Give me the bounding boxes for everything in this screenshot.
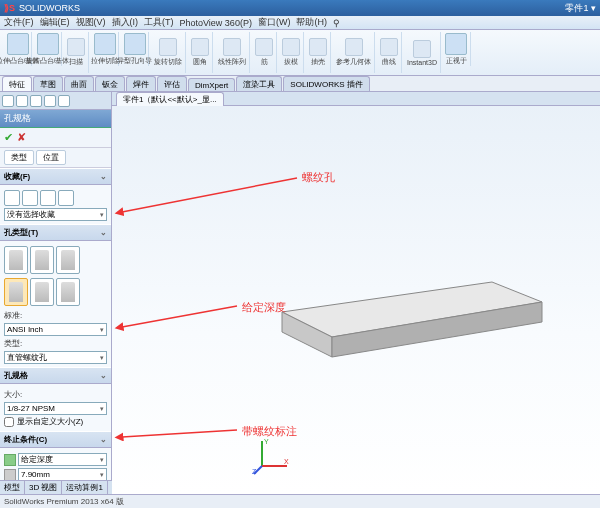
size-select[interactable]: 1/8-27 NPSM — [4, 402, 107, 415]
menu-search-icon[interactable]: ⚲ — [333, 18, 340, 28]
ribbon-sweep[interactable]: 扫描 — [64, 32, 89, 73]
menu-bar: 文件(F) 编辑(E) 视图(V) 插入(I) 工具(T) PhotoView … — [0, 16, 600, 30]
normal-to-icon — [445, 33, 467, 55]
viewport[interactable]: 零件1（默认<<默认>_显... 螺纹孔 给定深度 带螺纹标注 Y X Z — [112, 92, 600, 494]
tab-sheetmetal[interactable]: 钣金 — [95, 76, 125, 91]
hole-icon — [61, 250, 75, 270]
tab-features[interactable]: 特征 — [2, 76, 32, 91]
hole-type-pipetap[interactable] — [30, 278, 54, 306]
tab-weldments[interactable]: 焊件 — [126, 76, 156, 91]
ribbon-pattern[interactable]: 线性阵列 — [215, 32, 250, 73]
fm-tab-2[interactable] — [16, 95, 28, 107]
fm-tab-5[interactable] — [58, 95, 70, 107]
bottom-tab-motion[interactable]: 运动算例1 — [62, 481, 107, 494]
menu-edit[interactable]: 编辑(E) — [40, 16, 70, 29]
ribbon-draft[interactable]: 拔模 — [279, 32, 304, 73]
tab-addins[interactable]: SOLIDWORKS 插件 — [283, 76, 369, 91]
tab-evaluate[interactable]: 评估 — [157, 76, 187, 91]
ribbon-geom[interactable]: 参考几何体 — [333, 32, 375, 73]
section-holespec-head[interactable]: 孔规格 — [0, 367, 111, 384]
counterbore-icon — [9, 250, 23, 270]
hole-type-countersink[interactable] — [30, 246, 54, 274]
menu-file[interactable]: 文件(F) — [4, 16, 34, 29]
bottom-tabs: 模型 3D 视图 运动算例1 — [0, 480, 112, 494]
fav-btn-3[interactable] — [40, 190, 56, 206]
fav-btn-4[interactable] — [58, 190, 74, 206]
draft-icon — [282, 38, 300, 56]
fm-tab-1[interactable] — [2, 95, 14, 107]
tab-dimxpert[interactable]: DimXpert — [188, 78, 235, 91]
ribbon-rib[interactable]: 筋 — [252, 32, 277, 73]
ribbon-curves[interactable]: 曲线 — [377, 32, 402, 73]
annotation-threaded-hole: 螺纹孔 — [302, 170, 335, 185]
cancel-button[interactable]: ✘ — [17, 131, 26, 144]
section-holetype-head[interactable]: 孔类型(T) — [0, 224, 111, 241]
feature-manager-tabs — [0, 92, 111, 110]
size-label: 大小: — [4, 389, 22, 400]
tap-icon — [9, 282, 23, 302]
panel-subtabs: 类型 位置 — [0, 148, 111, 168]
ribbon-instant3d[interactable]: Instant3D — [404, 32, 441, 73]
revolve-icon — [37, 33, 59, 55]
end-cond-select[interactable]: 给定深度 — [18, 453, 107, 466]
subtab-type[interactable]: 类型 — [4, 150, 34, 165]
countersink-icon — [35, 250, 49, 270]
panel-title: 孔规格 — [0, 110, 111, 128]
menu-photoview[interactable]: PhotoView 360(P) — [180, 18, 252, 28]
hole-type-counterbore[interactable] — [4, 246, 28, 274]
standard-select[interactable]: ANSI Inch — [4, 323, 107, 336]
hole-type-legacy[interactable] — [56, 278, 80, 306]
menu-window[interactable]: 窗口(W) — [258, 16, 291, 29]
ribbon-cut-extrude[interactable]: 拉伸切除 — [91, 32, 119, 66]
extrude-icon — [7, 33, 29, 55]
subtab-position[interactable]: 位置 — [36, 150, 66, 165]
bottom-tab-3dview[interactable]: 3D 视图 — [25, 481, 62, 494]
section-favorites-head[interactable]: 收藏(F) — [0, 168, 111, 185]
menu-tools[interactable]: 工具(T) — [144, 16, 174, 29]
ribbon-shell[interactable]: 抽壳 — [306, 32, 331, 73]
hole-type-tap[interactable] — [4, 278, 28, 306]
ok-button[interactable]: ✔ — [4, 131, 13, 144]
ribbon-fillet[interactable]: 圆角 — [188, 32, 213, 73]
rib-icon — [255, 38, 273, 56]
type-select[interactable]: 直管螺纹孔 — [4, 351, 107, 364]
tab-render[interactable]: 渲染工具 — [236, 76, 282, 91]
svg-text:Z: Z — [252, 468, 257, 475]
section-endcond-head[interactable]: 终止条件(C) — [0, 431, 111, 448]
type-label: 类型: — [4, 338, 22, 349]
show-custom-checkbox[interactable] — [4, 417, 14, 427]
menu-help[interactable]: 帮助(H) — [296, 16, 327, 29]
work-area: 孔规格 ✔ ✘ 类型 位置 收藏(F) 没有选择收藏 孔类型(T) — [0, 92, 600, 494]
annotation-blind-depth: 给定深度 — [242, 300, 286, 315]
ribbon-cut-revolve[interactable]: 旋转切除 — [151, 32, 186, 73]
view-triad: Y X Z — [252, 436, 292, 476]
menu-insert[interactable]: 插入(I) — [112, 16, 139, 29]
hole-type-hole[interactable] — [56, 246, 80, 274]
tab-sketch[interactable]: 草图 — [33, 76, 63, 91]
hole-wizard-icon — [124, 33, 146, 55]
end-cond-icon — [4, 454, 16, 466]
show-custom-label: 显示自定义大小(Z) — [17, 416, 83, 427]
ribbon-normal-to[interactable]: 正视于 — [443, 32, 471, 66]
pipetap-icon — [35, 282, 49, 302]
fm-tab-3[interactable] — [30, 95, 42, 107]
fm-tab-4[interactable] — [44, 95, 56, 107]
ribbon-hole-wizard[interactable]: 异型孔向导 — [121, 32, 149, 66]
ribbon-revolve[interactable]: 旋转凸台/基体 — [34, 32, 62, 66]
tab-surface[interactable]: 曲面 — [64, 76, 94, 91]
menu-view[interactable]: 视图(V) — [76, 16, 106, 29]
bottom-tab-model[interactable]: 模型 — [0, 481, 25, 494]
section-holetype-body: 标准: ANSI Inch 类型: 直管螺纹孔 — [0, 241, 111, 367]
svg-line-6 — [122, 430, 237, 437]
svg-text:Y: Y — [264, 438, 269, 445]
favorites-select[interactable]: 没有选择收藏 — [4, 208, 107, 221]
svg-text:X: X — [284, 458, 289, 465]
doc-title-right: 零件1 ▾ — [565, 2, 596, 15]
doc-tab[interactable]: 零件1（默认<<默认>_显... — [116, 92, 224, 106]
app-name: SOLIDWORKS — [19, 3, 80, 13]
ribbon: 拉伸凸台/基体 旋转凸台/基体 扫描 拉伸切除 异型孔向导 旋转切除 圆角 线性… — [0, 30, 600, 76]
fav-btn-1[interactable] — [4, 190, 20, 206]
shell-icon — [309, 38, 327, 56]
pattern-icon — [223, 38, 241, 56]
fav-btn-2[interactable] — [22, 190, 38, 206]
